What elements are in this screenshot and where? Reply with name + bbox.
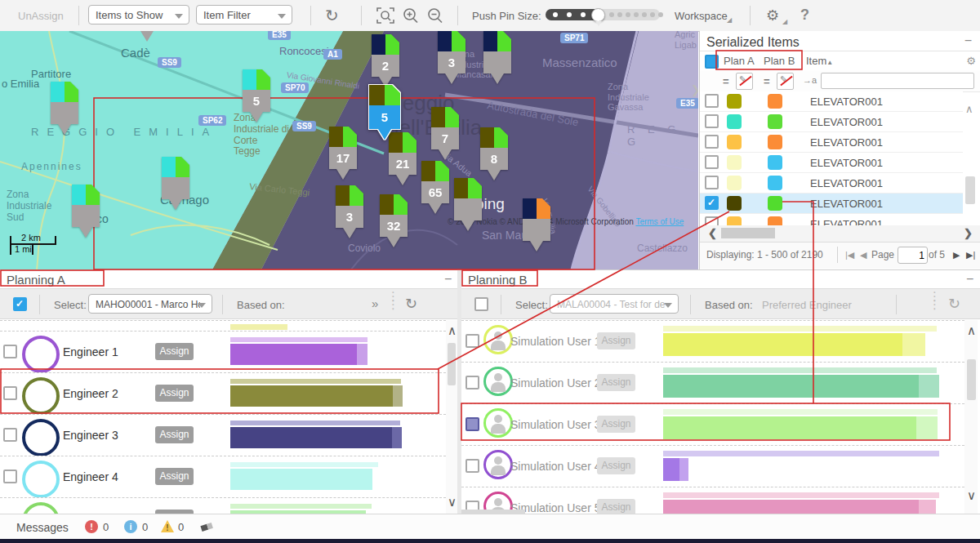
drag-handle-icon[interactable]: ⋮⋮ <box>929 292 941 309</box>
planning-b-active-checkbox[interactable] <box>474 297 488 311</box>
planning-a-scrollbar[interactable]: ∧ ∨ <box>446 320 457 514</box>
map-pushpin[interactable]: 3 <box>438 31 466 84</box>
gantt-bar[interactable] <box>230 421 400 425</box>
unassign-button[interactable]: UnAssign <box>18 10 64 22</box>
serialized-horizontal-scrollbar[interactable]: ❮ ❯ <box>700 225 980 242</box>
resource-row[interactable]: Simulation User 5Assign <box>461 487 964 514</box>
row-checkbox[interactable] <box>3 428 17 442</box>
starts-with-filter-icon[interactable]: →a <box>803 75 817 85</box>
row-checkbox[interactable] <box>3 386 17 400</box>
terms-of-use-link[interactable]: Terms of Use <box>635 217 684 226</box>
gantt-bar[interactable] <box>919 500 936 514</box>
resource-row[interactable]: Simulation User 3Assign <box>461 403 964 445</box>
row-checkbox[interactable] <box>705 114 719 128</box>
resource-row[interactable]: Engineer 4Assign <box>0 456 446 497</box>
gantt-bar[interactable] <box>916 416 938 439</box>
zoom-to-fit-icon[interactable] <box>376 7 395 24</box>
map-pushpin-selected[interactable]: 5 <box>369 85 400 140</box>
map-pushpin[interactable] <box>72 185 100 238</box>
row-checkbox[interactable] <box>705 196 719 210</box>
plan-a-color-filter-icon[interactable]: ✎ <box>736 73 753 90</box>
map-pushpin[interactable]: 32 <box>380 194 408 247</box>
refresh-icon[interactable]: ↻ <box>405 295 417 313</box>
resource-row[interactable]: Simulation User 1Assign <box>461 320 964 362</box>
assign-button[interactable]: Assign <box>597 416 635 433</box>
item-column-header[interactable]: Item▲ <box>806 55 833 67</box>
scroll-left-icon[interactable]: ❮ <box>708 227 717 239</box>
zoom-out-icon[interactable] <box>426 7 444 24</box>
assign-button[interactable]: Assign <box>155 426 194 443</box>
eraser-icon[interactable] <box>199 521 214 533</box>
gantt-bar[interactable] <box>663 416 916 439</box>
gear-icon[interactable]: ⚙ <box>766 7 779 24</box>
resource-row[interactable]: Engineer 3Assign <box>0 414 446 456</box>
assign-button[interactable]: Assign <box>155 468 194 485</box>
map-pushpin[interactable] <box>454 178 482 231</box>
scrollbar-thumb[interactable] <box>965 176 975 204</box>
map-pushpin[interactable] <box>483 31 511 84</box>
map-pushpin-tip[interactable] <box>140 31 154 42</box>
gantt-bar[interactable] <box>679 458 688 481</box>
zoom-in-icon[interactable] <box>402 7 420 24</box>
row-checkbox[interactable] <box>466 334 479 348</box>
items-to-show-dropdown[interactable]: Items to Show <box>88 5 189 24</box>
item-filter-input[interactable] <box>821 73 974 89</box>
page-number-input[interactable] <box>898 247 928 264</box>
serialized-item-row[interactable]: ELEVATOR001 <box>700 194 963 214</box>
grid-gear-icon[interactable]: ⚙ <box>966 55 976 67</box>
resource-row[interactable]: Simulation User 2Assign <box>461 362 964 403</box>
row-checkbox[interactable] <box>3 470 17 483</box>
resource-row[interactable]: Engineer 1Assign <box>0 331 446 372</box>
resource-row[interactable]: Engineer 2Assign <box>0 372 446 414</box>
assign-button[interactable]: Assign <box>597 499 635 514</box>
scroll-up-icon[interactable]: ∧ <box>965 103 973 115</box>
serialized-item-row[interactable]: ELEVATOR001 <box>700 132 963 153</box>
scroll-right-icon[interactable]: ❯ <box>964 227 973 239</box>
gantt-bar[interactable] <box>230 385 393 407</box>
gantt-bar[interactable] <box>663 492 939 498</box>
gantt-bar[interactable] <box>230 469 372 490</box>
gantt-bar[interactable] <box>663 333 902 356</box>
resource-row[interactable]: Simulation User 4Assign <box>461 445 964 487</box>
minimize-button[interactable]: − <box>966 272 973 287</box>
gantt-bar[interactable] <box>230 344 357 365</box>
gantt-bar[interactable] <box>230 324 287 330</box>
select-all-checkbox[interactable] <box>705 55 719 69</box>
gantt-bar[interactable] <box>393 385 403 407</box>
row-checkbox[interactable] <box>466 376 479 389</box>
map-pushpin[interactable]: 8 <box>480 127 508 180</box>
prev-page-icon[interactable]: ◀ <box>860 250 866 260</box>
splitter-collapse-icon[interactable]: ❯ <box>691 83 698 96</box>
assign-button[interactable]: Assign <box>155 385 194 402</box>
minimize-button[interactable]: − <box>444 272 452 287</box>
gantt-bar[interactable] <box>663 500 919 514</box>
assign-button[interactable]: Assign <box>155 343 194 360</box>
map-pushpin[interactable]: 5 <box>243 69 270 122</box>
map-pushpin[interactable]: 2 <box>372 34 399 87</box>
drag-handle-icon[interactable]: ⋮⋮ <box>387 292 399 309</box>
gantt-bar[interactable] <box>230 337 368 342</box>
serialized-item-row[interactable]: ELEVATOR001 <box>700 173 963 194</box>
gantt-bar[interactable] <box>230 427 392 448</box>
serialized-item-row[interactable]: ELEVATOR001 <box>700 153 963 173</box>
map-pushpin[interactable] <box>523 198 550 251</box>
planning-a-active-checkbox[interactable] <box>13 297 27 311</box>
workspace-menu[interactable]: Workspace <box>675 10 728 22</box>
scroll-up-icon[interactable]: ∧ <box>448 323 457 338</box>
map-pushpin[interactable]: 3 <box>336 185 363 238</box>
gantt-bar[interactable] <box>230 462 378 467</box>
gantt-bar[interactable] <box>919 375 939 398</box>
planning-b-scrollbar[interactable]: ∧ ∨ <box>964 320 978 514</box>
row-checkbox[interactable] <box>705 155 719 169</box>
scrollbar-thumb[interactable] <box>448 343 456 385</box>
refresh-icon[interactable]: ↻ <box>948 295 960 313</box>
map-canvas[interactable]: CadèPartitoreREGGIO EMILIAo EmiliaZona I… <box>0 31 698 269</box>
gantt-bar[interactable] <box>663 409 938 415</box>
scroll-down-icon[interactable]: ∨ <box>448 495 457 510</box>
row-checkbox[interactable] <box>705 176 719 189</box>
gantt-bar[interactable] <box>663 326 937 332</box>
gantt-bar[interactable] <box>663 451 939 456</box>
gantt-bar[interactable] <box>230 504 372 509</box>
refresh-icon[interactable]: ↻ <box>325 6 339 25</box>
gantt-bar[interactable] <box>663 458 679 481</box>
